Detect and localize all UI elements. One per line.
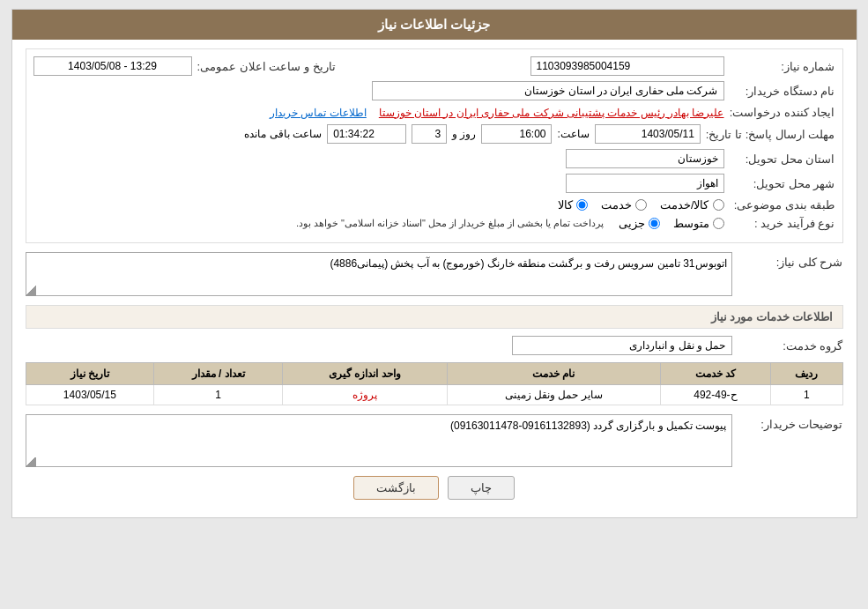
date-value: 1403/05/11 [595,124,701,144]
dastgah-label: نام دستگاه خریدار: [730,85,835,98]
row-notes: توضیحات خریدار: پیوست تکمیل و بارگزاری گ… [26,414,843,467]
manandeh-label: ساعت باقی مانده [244,128,322,140]
radio-kala-label: کالا [558,198,573,212]
nooe-description: پرداخت تمام یا بخشی از مبلغ خریدار از مح… [296,218,605,229]
dastgah-value: شرکت ملی حفاری ایران در استان خوزستان [372,81,724,100]
tamam-link[interactable]: اطلاعات تماس خریدار [270,107,367,119]
radio-kala-item: کالا [558,198,588,212]
tarikh-label: تاریخ و ساعت اعلان عمومی: [197,60,336,73]
radio-jozii-item: جزیی [619,217,660,230]
buttons-row: چاپ بازگشت [26,476,843,509]
row-sharh: شرح کلی نیاز: اتوبوس31 تامین سرویس رفت و… [26,252,843,296]
shomara-value: 1103093985004159 [530,56,724,76]
sharh-label: شرح کلی نیاز: [738,252,843,269]
row-idad: ایجاد کننده درخواست: علیرضا بهادر رئیس خ… [33,106,835,119]
manandeh-value: 01:34:22 [327,124,406,144]
page-title: جزئیات اطلاعات نیاز [378,17,490,32]
radio-matavasset[interactable] [713,218,724,229]
radio-khadamat[interactable] [635,199,647,211]
saat-value: 16:00 [481,124,552,144]
col-count: تعداد / مقدار [154,363,283,385]
notes-label: توضیحات خریدار: [738,414,843,431]
col-unit: واحد اندازه گیری [282,363,447,385]
rooz-value: 3 [412,124,447,144]
radio-khadamat-item: خدمت [601,198,647,212]
row-shomara: شماره نیاز: 1103093985004159 تاریخ و ساع… [33,56,835,76]
notes-resize-handle [26,457,36,467]
row-nooe: نوع فرآیند خرید : متوسط جزیی پرداخت تمام… [33,217,835,230]
saat-label: ساعت: [557,128,589,140]
row-shahr: شهر محل تحویل: اهواز [33,174,835,193]
mohlat-label: مهلت ارسال پاسخ: تا تاریخ: [706,128,835,141]
tabaghe-label: طبقه بندی موضوعی: [730,198,835,212]
col-date: تاریخ نیاز [26,363,154,385]
tabaghe-radios: کالا/خدمت خدمت کالا [558,198,724,212]
row-group: گروه خدمت: حمل و نقل و انبارداری [26,336,843,355]
sharh-value: اتوبوس31 تامین سرویس رفت و برگشت منطقه خ… [26,252,732,296]
shahr-value: اهواز [566,174,724,193]
idad-value: علیرضا بهادر رئیس خدمات پشتیبانی شرکت مل… [379,107,724,119]
section2-title: اطلاعات خدمات مورد نیاز [26,305,843,329]
radio-kala-khadamat-item: کالا/خدمت [660,198,724,212]
row-tabaghe: طبقه بندی موضوعی: کالا/خدمت خدمت کالا [33,198,835,212]
nooe-label: نوع فرآیند خرید : [730,217,835,230]
nooe-radios: متوسط جزیی [619,217,724,230]
content-area: شماره نیاز: 1103093985004159 تاریخ و ساع… [12,40,857,517]
notes-value: پیوست تکمیل و بارگزاری گردد (09161132893… [26,414,732,467]
row-ostan: استان محل تحویل: خوزستان [33,149,835,168]
row-mohlat: مهلت ارسال پاسخ: تا تاریخ: 1403/05/11 سا… [33,124,835,144]
service-table: ردیف کد خدمت نام خدمت واحد اندازه گیری ت… [26,362,843,405]
page-header: جزئیات اطلاعات نیاز [12,10,857,40]
back-button[interactable]: بازگشت [353,476,439,500]
shahr-label: شهر محل تحویل: [730,177,835,190]
radio-matavasset-label: متوسط [673,217,709,230]
radio-khadamat-label: خدمت [601,198,632,212]
idad-label: ایجاد کننده درخواست: [730,106,835,119]
top-info-section: شماره نیاز: 1103093985004159 تاریخ و ساع… [26,48,843,243]
shomara-label: شماره نیاز: [730,60,835,73]
col-code: کد خدمت [660,363,771,385]
radio-kala[interactable] [576,199,588,211]
radio-matavasset-item: متوسط [673,217,724,230]
main-container: جزئیات اطلاعات نیاز شماره نیاز: 11030939… [11,9,857,518]
row-dastgah: نام دستگاه خریدار: شرکت ملی حفاری ایران … [33,81,835,100]
col-name: نام خدمت [447,363,660,385]
group-label: گروه خدمت: [738,339,843,353]
radio-kala-khadamat[interactable] [713,199,724,211]
tarikh-value: 1403/05/08 - 13:29 [33,56,192,76]
resize-handle [26,286,36,296]
radio-jozii-label: جزیی [619,217,645,230]
ostan-label: استان محل تحویل: [730,152,835,166]
group-value: حمل و نقل و انبارداری [512,336,732,355]
table-row: 1ح-49-492سایر حمل ونقل زمینیپروژه11403/0… [26,385,842,405]
col-radif: ردیف [771,363,842,385]
print-button[interactable]: چاپ [448,476,515,500]
radio-jozii[interactable] [649,218,660,229]
ostan-value: خوزستان [566,149,724,168]
radio-kala-khadamat-label: کالا/خدمت [660,198,709,212]
rooz-label: روز و [452,128,476,140]
